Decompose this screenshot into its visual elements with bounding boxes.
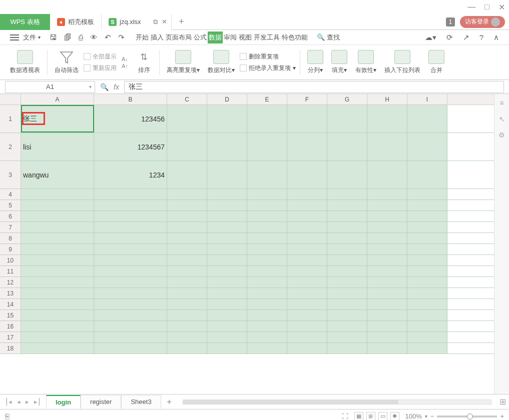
select-all-corner[interactable] xyxy=(0,94,21,104)
cell-B13[interactable] xyxy=(94,288,167,298)
row-header-10[interactable]: 10 xyxy=(0,255,21,266)
cell-C9[interactable] xyxy=(167,244,207,254)
cell-G5[interactable] xyxy=(327,200,367,210)
cloud-icon[interactable]: ☁▾ xyxy=(425,33,436,42)
window-maximize[interactable]: □ xyxy=(484,2,489,12)
cell-D18[interactable] xyxy=(207,343,247,354)
app-tab-wps[interactable]: WPS 表格 xyxy=(0,14,50,30)
cell-A5[interactable] xyxy=(21,200,94,210)
col-header-A[interactable]: A xyxy=(21,94,94,104)
cell-D10[interactable] xyxy=(207,255,247,266)
cell-E11[interactable] xyxy=(247,266,287,276)
cell-A9[interactable] xyxy=(21,244,94,254)
row-header-6[interactable]: 6 xyxy=(0,211,21,222)
cell-A2[interactable]: lisi xyxy=(21,133,94,160)
cell-H3[interactable] xyxy=(367,161,407,188)
cell-F6[interactable] xyxy=(287,211,327,222)
cell-G3[interactable] xyxy=(327,161,367,188)
redo-icon[interactable]: ↷ xyxy=(118,33,125,42)
cell-E4[interactable] xyxy=(247,189,287,200)
cell-G17[interactable] xyxy=(327,332,367,342)
row-header-2[interactable]: 2 xyxy=(0,133,21,160)
cell-B1[interactable]: 123456 xyxy=(94,105,167,132)
cell-A13[interactable] xyxy=(21,288,94,298)
cell-B14[interactable] xyxy=(94,299,167,310)
print-icon[interactable]: ⎙ xyxy=(79,33,83,42)
window-minimize[interactable]: — xyxy=(467,2,475,12)
merge-button[interactable]: 合并 xyxy=(425,50,447,74)
highlight-dup-button[interactable]: 高亮重复项▾ xyxy=(164,50,203,74)
cell-C5[interactable] xyxy=(167,200,207,210)
auto-filter-button[interactable]: 自动筛选 xyxy=(52,50,82,74)
sheet-tab-login[interactable]: login xyxy=(46,395,81,408)
col-header-C[interactable]: C xyxy=(167,94,207,104)
cell-A4[interactable] xyxy=(21,189,94,200)
cell-B12[interactable] xyxy=(94,277,167,288)
sheet-nav-last[interactable]: ▸⎮ xyxy=(34,398,41,406)
cell-D11[interactable] xyxy=(207,266,247,276)
row-header-1[interactable]: 1 xyxy=(0,105,21,132)
cell-F10[interactable] xyxy=(287,255,327,266)
tab-start[interactable]: 开始 xyxy=(135,32,150,44)
sheet-tab-register[interactable]: register xyxy=(81,395,121,408)
tab-window-icon[interactable]: ⧉ xyxy=(153,18,158,26)
name-box[interactable]: A1▾ xyxy=(5,81,95,93)
cell-I10[interactable] xyxy=(407,255,447,266)
cell-G10[interactable] xyxy=(327,255,367,266)
cell-D1[interactable] xyxy=(207,105,247,132)
cell-A8[interactable] xyxy=(21,233,94,244)
sheet-nav-next[interactable]: ▸ xyxy=(26,398,29,406)
cell-E1[interactable] xyxy=(247,105,287,132)
row-header-12[interactable]: 12 xyxy=(0,277,21,288)
cell-E6[interactable] xyxy=(247,211,287,222)
status-icon[interactable]: ⎘ xyxy=(5,412,10,420)
cell-H13[interactable] xyxy=(367,288,407,298)
cell-F9[interactable] xyxy=(287,244,327,254)
fullscreen-icon[interactable]: ⛶ xyxy=(342,412,348,420)
cell-A16[interactable] xyxy=(21,321,94,332)
cell-I9[interactable] xyxy=(407,244,447,254)
tab-view[interactable]: 视图 xyxy=(238,32,253,44)
cell-B16[interactable] xyxy=(94,321,167,332)
tab-count-badge[interactable]: 1 xyxy=(446,18,455,26)
cell-G2[interactable] xyxy=(327,133,367,160)
tab-developer[interactable]: 开发工具 xyxy=(253,32,281,44)
cell-F8[interactable] xyxy=(287,233,327,244)
cell-F4[interactable] xyxy=(287,189,327,200)
cell-G4[interactable] xyxy=(327,189,367,200)
cell-I12[interactable] xyxy=(407,277,447,288)
cell-I11[interactable] xyxy=(407,266,447,276)
collapse-ribbon-icon[interactable]: ∧ xyxy=(493,33,499,42)
cell-G1[interactable] xyxy=(327,105,367,132)
cell-H12[interactable] xyxy=(367,277,407,288)
cell-C14[interactable] xyxy=(167,299,207,310)
cell-C13[interactable] xyxy=(167,288,207,298)
fill-button[interactable]: 填充▾ xyxy=(328,50,350,74)
cell-E16[interactable] xyxy=(247,321,287,332)
cell-H9[interactable] xyxy=(367,244,407,254)
cell-E9[interactable] xyxy=(247,244,287,254)
row-header-15[interactable]: 15 xyxy=(0,310,21,320)
row-header-7[interactable]: 7 xyxy=(0,222,21,232)
sheet-nav-prev[interactable]: ◂ xyxy=(17,398,21,406)
cell-B11[interactable] xyxy=(94,266,167,276)
cell-E2[interactable] xyxy=(247,133,287,160)
window-close[interactable]: ✕ xyxy=(498,2,505,12)
row-header-17[interactable]: 17 xyxy=(0,332,21,342)
cell-I1[interactable] xyxy=(407,105,447,132)
split-button[interactable]: 分列▾ xyxy=(304,50,326,74)
cell-G12[interactable] xyxy=(327,277,367,288)
cell-B3[interactable]: 1234 xyxy=(94,161,167,188)
remove-dup-button[interactable]: 删除重复项 xyxy=(240,52,296,61)
side-settings-icon[interactable]: ⚙ xyxy=(498,131,505,139)
col-header-G[interactable]: G xyxy=(327,94,367,104)
cell-H10[interactable] xyxy=(367,255,407,266)
cell-I8[interactable] xyxy=(407,233,447,244)
cell-B17[interactable] xyxy=(94,332,167,342)
cell-C16[interactable] xyxy=(167,321,207,332)
cell-I2[interactable] xyxy=(407,133,447,160)
cell-C1[interactable] xyxy=(167,105,207,132)
sync-icon[interactable]: ⟳ xyxy=(446,33,453,42)
cell-B6[interactable] xyxy=(94,211,167,222)
cell-A17[interactable] xyxy=(21,332,94,342)
